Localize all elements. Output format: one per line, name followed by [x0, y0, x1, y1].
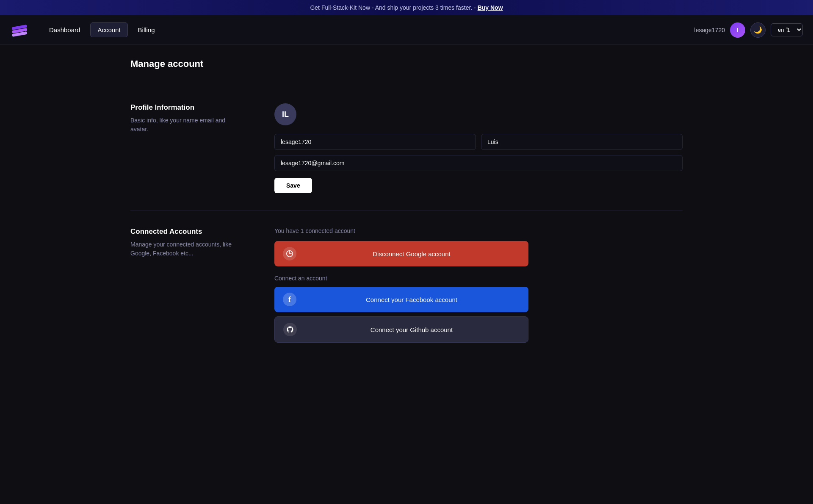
profile-heading: Profile Information — [130, 103, 241, 112]
profile-section-content: IL Save — [274, 103, 683, 193]
username-input[interactable] — [274, 134, 476, 150]
facebook-icon: f — [283, 293, 296, 306]
connect-facebook-button[interactable]: f Connect your Facebook account — [274, 287, 528, 312]
connect-github-label: Connect your Github account — [304, 326, 520, 333]
connect-facebook-label: Connect your Facebook account — [303, 296, 520, 303]
connected-section-content: You have 1 connected account Disconnect … — [274, 227, 683, 347]
firstname-input[interactable] — [481, 134, 683, 150]
page-title: Manage account — [130, 58, 683, 69]
connect-github-button[interactable]: Connect your Github account — [274, 316, 528, 343]
save-button[interactable]: Save — [274, 178, 312, 193]
navbar-username: lesage1720 — [694, 27, 725, 33]
disconnect-google-button[interactable]: Disconnect Google account — [274, 241, 528, 266]
nav-links: Dashboard Account Billing — [42, 22, 694, 37]
connected-description: Manage your connected accounts, like Goo… — [130, 240, 241, 258]
promo-bar: Get Full-Stack-Kit Now - And ship your p… — [0, 0, 813, 15]
profile-section-label: Profile Information Basic info, like you… — [130, 103, 241, 193]
disconnect-google-label: Disconnect Google account — [303, 250, 520, 258]
navbar: Dashboard Account Billing lesage1720 I 🌙… — [0, 15, 813, 45]
moon-icon: 🌙 — [754, 26, 762, 34]
nav-dashboard[interactable]: Dashboard — [42, 23, 87, 37]
github-icon — [283, 323, 297, 336]
connected-section-label: Connected Accounts Manage your connected… — [130, 227, 241, 347]
profile-description: Basic info, like your name email and ava… — [130, 116, 241, 134]
profile-avatar[interactable]: IL — [274, 103, 296, 125]
nav-billing[interactable]: Billing — [131, 23, 162, 37]
logo[interactable] — [10, 21, 29, 39]
navbar-right: lesage1720 I 🌙 en ⇅ fr es — [694, 22, 803, 38]
connected-accounts-section: Connected Accounts Manage your connected… — [130, 210, 683, 364]
profile-section: Profile Information Basic info, like you… — [130, 86, 683, 210]
profile-name-row — [274, 134, 683, 150]
connected-heading: Connected Accounts — [130, 227, 241, 236]
navbar-avatar[interactable]: I — [730, 22, 745, 38]
promo-cta[interactable]: Buy Now — [478, 4, 503, 11]
language-select[interactable]: en ⇅ fr es — [771, 23, 803, 36]
theme-toggle-button[interactable]: 🌙 — [750, 22, 766, 38]
connect-label: Connect an account — [274, 275, 683, 282]
email-input[interactable] — [274, 155, 683, 171]
connected-count: You have 1 connected account — [274, 227, 683, 234]
main-content: Manage account Profile Information Basic… — [110, 45, 703, 377]
google-icon — [283, 247, 296, 260]
nav-account[interactable]: Account — [90, 22, 127, 37]
promo-text: Get Full-Stack-Kit Now - And ship your p… — [310, 4, 477, 11]
